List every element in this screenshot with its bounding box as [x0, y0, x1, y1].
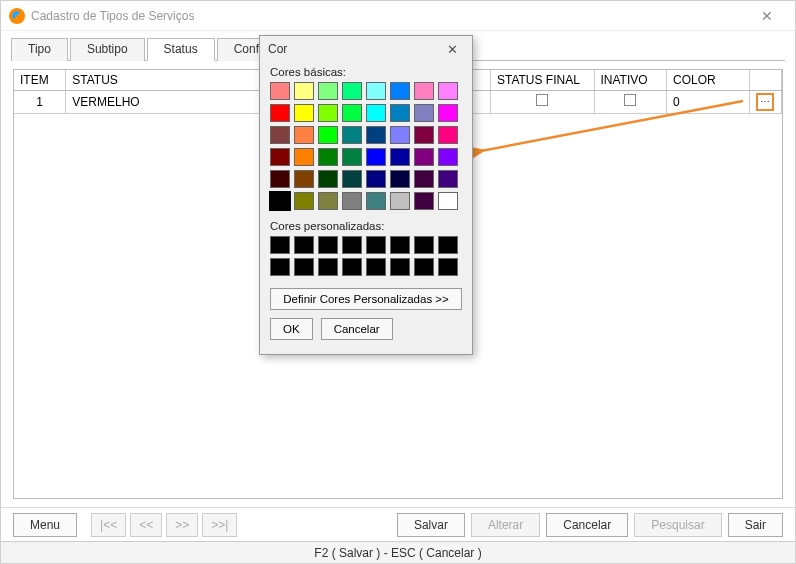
color-dialog-actions: OK Cancelar [260, 314, 472, 344]
color-swatch[interactable] [366, 192, 386, 210]
custom-color-swatch[interactable] [294, 236, 314, 254]
color-swatch[interactable] [270, 170, 290, 188]
col-color[interactable]: COLOR [667, 70, 750, 90]
nav-next-button[interactable]: >> [166, 513, 198, 537]
color-swatch[interactable] [414, 82, 434, 100]
color-picker-button[interactable]: ⋯ [756, 93, 774, 111]
color-swatch[interactable] [270, 82, 290, 100]
color-swatch[interactable] [318, 192, 338, 210]
nav-prev-button[interactable]: << [130, 513, 162, 537]
custom-color-swatch[interactable] [342, 258, 362, 276]
tab-tipo[interactable]: Tipo [11, 38, 68, 61]
color-swatch[interactable] [342, 104, 362, 122]
pesquisar-button[interactable]: Pesquisar [634, 513, 721, 537]
color-swatch[interactable] [294, 126, 314, 144]
tab-status[interactable]: Status [147, 38, 215, 61]
custom-color-swatch[interactable] [438, 258, 458, 276]
custom-color-swatch[interactable] [390, 258, 410, 276]
alterar-button[interactable]: Alterar [471, 513, 540, 537]
sair-button[interactable]: Sair [728, 513, 783, 537]
color-swatch[interactable] [438, 192, 458, 210]
color-swatch[interactable] [366, 104, 386, 122]
status-bar: F2 ( Salvar ) - ESC ( Cancelar ) [1, 541, 795, 563]
custom-color-swatch[interactable] [414, 236, 434, 254]
custom-color-swatch[interactable] [270, 258, 290, 276]
color-swatch[interactable] [318, 170, 338, 188]
color-swatch[interactable] [294, 148, 314, 166]
col-inativo[interactable]: INATIVO [594, 70, 667, 90]
color-swatch[interactable] [366, 82, 386, 100]
color-swatch[interactable] [414, 126, 434, 144]
custom-color-swatch[interactable] [390, 236, 410, 254]
color-dialog-titlebar: Cor ✕ [260, 36, 472, 62]
color-swatch[interactable] [414, 170, 434, 188]
color-swatch[interactable] [318, 104, 338, 122]
custom-color-swatch[interactable] [414, 258, 434, 276]
color-swatch[interactable] [414, 104, 434, 122]
nav-last-button[interactable]: >>| [202, 513, 237, 537]
color-swatch[interactable] [318, 82, 338, 100]
window-title: Cadastro de Tipos de Serviços [31, 9, 747, 23]
color-swatch[interactable] [342, 192, 362, 210]
custom-color-swatch[interactable] [318, 236, 338, 254]
custom-color-swatch[interactable] [270, 236, 290, 254]
color-swatch[interactable] [270, 148, 290, 166]
color-swatch[interactable] [294, 104, 314, 122]
menu-button[interactable]: Menu [13, 513, 77, 537]
color-swatch[interactable] [390, 192, 410, 210]
checkbox-icon[interactable] [536, 94, 548, 106]
checkbox-icon[interactable] [624, 94, 636, 106]
custom-color-swatch[interactable] [366, 236, 386, 254]
color-swatch[interactable] [390, 148, 410, 166]
color-swatch[interactable] [366, 170, 386, 188]
tab-subtipo[interactable]: Subtipo [70, 38, 145, 61]
color-swatch[interactable] [366, 148, 386, 166]
define-custom-colors-button[interactable]: Definir Cores Personalizadas >> [270, 288, 462, 310]
custom-color-swatch[interactable] [318, 258, 338, 276]
custom-color-swatch[interactable] [438, 236, 458, 254]
color-swatch[interactable] [438, 126, 458, 144]
close-icon[interactable]: ✕ [747, 8, 787, 24]
col-item[interactable]: ITEM [14, 70, 66, 90]
color-swatch[interactable] [270, 192, 290, 210]
color-cancel-button[interactable]: Cancelar [321, 318, 393, 340]
cell-status-final[interactable] [490, 90, 594, 113]
salvar-button[interactable]: Salvar [397, 513, 465, 537]
color-swatch[interactable] [438, 82, 458, 100]
color-swatch[interactable] [342, 170, 362, 188]
color-swatch[interactable] [438, 104, 458, 122]
cell-item: 1 [14, 90, 66, 113]
color-swatch[interactable] [342, 82, 362, 100]
nav-first-button[interactable]: |<< [91, 513, 126, 537]
color-swatch[interactable] [366, 126, 386, 144]
color-swatch[interactable] [390, 82, 410, 100]
custom-color-swatch[interactable] [366, 258, 386, 276]
color-swatch[interactable] [342, 148, 362, 166]
color-swatch[interactable] [414, 148, 434, 166]
color-swatch[interactable] [270, 104, 290, 122]
basic-colors-label: Cores básicas: [260, 62, 472, 80]
custom-color-swatch[interactable] [342, 236, 362, 254]
col-status-final[interactable]: STATUS FINAL [490, 70, 594, 90]
color-dialog-close-icon[interactable]: ✕ [440, 42, 464, 57]
color-swatch[interactable] [438, 148, 458, 166]
color-swatch[interactable] [294, 192, 314, 210]
color-swatch[interactable] [294, 82, 314, 100]
color-swatch[interactable] [318, 126, 338, 144]
color-swatch[interactable] [294, 170, 314, 188]
color-ok-button[interactable]: OK [270, 318, 313, 340]
cell-inativo[interactable] [594, 90, 667, 113]
color-swatch[interactable] [438, 170, 458, 188]
color-swatch[interactable] [270, 126, 290, 144]
color-swatch[interactable] [414, 192, 434, 210]
cancelar-button[interactable]: Cancelar [546, 513, 628, 537]
nav-buttons: |<< << >> >>| [91, 513, 237, 537]
color-swatch[interactable] [390, 104, 410, 122]
color-swatch[interactable] [390, 126, 410, 144]
custom-color-swatch[interactable] [294, 258, 314, 276]
color-dialog: Cor ✕ Cores básicas: Cores personalizada… [259, 35, 473, 355]
color-swatch[interactable] [342, 126, 362, 144]
cell-color[interactable]: 0 [667, 90, 750, 113]
color-swatch[interactable] [390, 170, 410, 188]
color-swatch[interactable] [318, 148, 338, 166]
